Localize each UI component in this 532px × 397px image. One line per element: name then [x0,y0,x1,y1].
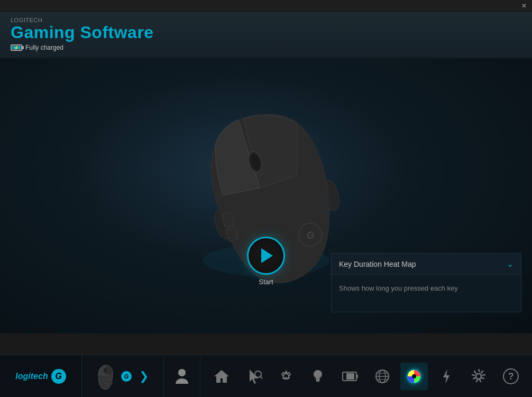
speed-icon-btn[interactable] [433,363,460,390]
svg-point-13 [314,370,322,378]
device-logo: G [121,371,132,382]
app-title: Gaming Software [11,23,521,42]
main-content: G Start Key Duration Heat Map ⌄ Shows ho… [0,58,532,333]
svg-point-26 [412,374,416,378]
heatmap-dropdown-label: Key Duration Heat Map [339,260,416,268]
heatmap-panel: Key Duration Heat Map ⌄ Shows how long y… [331,253,521,312]
close-button[interactable]: ✕ [519,2,529,10]
svg-marker-27 [443,369,450,384]
svg-rect-14 [316,378,320,380]
network-icon-btn[interactable] [369,363,396,390]
battery-icon-btn[interactable] [336,363,364,390]
logitech-logo: logitech G [0,355,82,398]
gear-icon-btn[interactable] [465,363,492,390]
toolbar-icons: ? [200,355,532,398]
logo-g-icon: G [51,369,66,384]
nav-arrow[interactable]: ❯ [136,369,152,383]
device-mouse-icon: G [94,362,117,391]
titlebar: ✕ [0,0,532,12]
header: Logitech Gaming Software ⚡ Fully charged [0,12,532,58]
help-icon-btn[interactable]: ? [497,363,525,390]
heatmap-description: Shows how long you pressed each key [332,275,521,312]
logo-text: logitech [15,372,48,381]
lighting-icon-btn[interactable] [304,363,332,390]
svg-line-11 [260,376,262,378]
toolbar: logitech G G G ❯ [0,355,532,397]
settings-icon-btn[interactable] [272,363,300,390]
play-icon [261,248,273,263]
chevron-down-icon: ⌄ [507,259,513,269]
profiles-icon[interactable] [168,363,196,390]
pointer-icon-btn[interactable] [240,363,268,390]
heatmap-dropdown[interactable]: Key Duration Heat Map ⌄ [332,254,521,275]
battery-status: ⚡ Fully charged [11,44,521,51]
svg-text:G: G [108,382,111,385]
battery-label: Fully charged [25,44,63,51]
home-icon-btn[interactable] [208,363,235,390]
color-icon-btn[interactable] [400,363,428,390]
svg-rect-19 [344,373,346,380]
svg-text:?: ? [508,371,513,382]
start-label: Start [259,278,273,286]
svg-rect-17 [356,375,358,378]
device-section: G G ❯ [82,355,164,398]
battery-icon: ⚡ [11,44,22,51]
profiles-section [164,355,200,398]
svg-rect-15 [316,380,319,382]
svg-point-28 [476,374,481,379]
start-circle [247,237,285,275]
svg-point-7 [104,368,107,373]
battery-lightning: ⚡ [14,46,19,50]
start-button[interactable]: Start [247,237,285,286]
